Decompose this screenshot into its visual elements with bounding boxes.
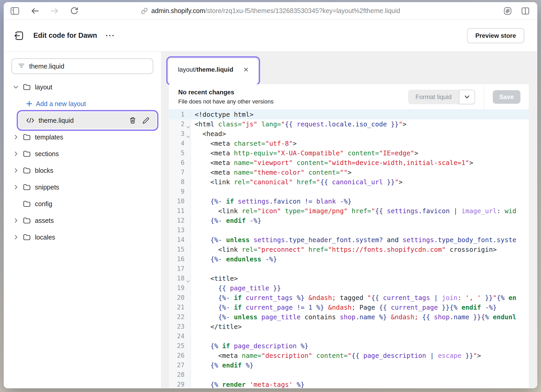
chevron-right-icon[interactable]	[13, 184, 19, 190]
code-line-text: <link rel="preconnect" href="https://fon…	[191, 245, 529, 254]
code-line[interactable]: 21 {%- if current_page != 1 %} &ndash; P…	[169, 303, 529, 312]
file-sidebar: layoutAdd a new layouttheme.liquidtempla…	[4, 52, 161, 388]
code-line[interactable]: 28	[169, 370, 529, 380]
code-line[interactable]: 1<!doctype html>	[169, 110, 529, 119]
code-line[interactable]: 27 {% endif %}	[169, 360, 529, 370]
app-header: Edit code for Dawn Preview store	[4, 20, 537, 52]
folder-icon	[23, 167, 31, 174]
code-line[interactable]: 15 <link rel="preconnect" href="https://…	[169, 245, 529, 254]
code-line[interactable]: 23 </title>	[169, 322, 529, 332]
folder-icon	[23, 84, 31, 90]
sidebar-item-locales[interactable]: locales	[4, 229, 161, 246]
line-number: 15	[169, 245, 191, 254]
sidebar-item-assets[interactable]: assets	[4, 212, 161, 229]
code-line[interactable]: 24	[169, 332, 529, 341]
code-line-text: <link rel="canonical" href="{{ canonical…	[191, 177, 529, 187]
sidebar-item-layout[interactable]: layout	[4, 79, 161, 95]
plus-icon	[26, 101, 32, 107]
preview-store-button[interactable]: Preview store	[467, 28, 524, 43]
folder-label: sections	[35, 150, 59, 158]
line-number: 1	[169, 110, 191, 119]
code-line[interactable]: 29 {% render 'meta-tags' %}	[169, 380, 529, 388]
reload-icon[interactable]	[70, 7, 78, 15]
line-number: 7	[169, 168, 191, 177]
tab-theme-liquid[interactable]: layout/theme.liquid	[169, 59, 258, 84]
code-line[interactable]: 16 {%- endunless -%}	[169, 254, 529, 264]
code-line[interactable]: 20 {%- if current_tags %} &ndash; tagged…	[169, 293, 529, 303]
address-bar[interactable]: admin.shopify.com/store/rzq1xu-f5/themes…	[141, 7, 400, 15]
chevron-right-icon[interactable]	[13, 151, 19, 157]
code-line-text: </title>	[191, 322, 529, 332]
line-number: 11	[169, 206, 191, 216]
code-line[interactable]: 25 {% if page_description %}	[169, 341, 529, 351]
code-line[interactable]: 4 <meta charset="utf-8">	[169, 139, 529, 148]
forward-icon[interactable]	[51, 7, 59, 15]
search-input[interactable]	[29, 63, 153, 70]
folder-label: blocks	[35, 167, 53, 174]
code-line[interactable]: 26 <meta name="description" content="{{ …	[169, 351, 529, 360]
split-view-icon[interactable]	[521, 7, 530, 15]
browser-window: admin.shopify.com/store/rzq1xu-f5/themes…	[4, 2, 537, 388]
delete-file-icon[interactable]	[129, 117, 136, 124]
sidebar-item-templates[interactable]: templates	[4, 129, 161, 145]
save-button[interactable]: Save	[493, 90, 520, 104]
add-new-layout-link[interactable]: Add a new layout	[4, 95, 161, 112]
format-liquid-button[interactable]: Format liquid	[408, 90, 475, 104]
code-line[interactable]: 12 {%- endif -%}	[169, 216, 529, 225]
code-line[interactable]: 11 <link rel="icon" type="image/png" hre…	[169, 206, 529, 216]
chevron-right-icon[interactable]	[13, 134, 19, 140]
back-icon[interactable]	[31, 7, 39, 15]
sidebar-item-blocks[interactable]: blocks	[4, 162, 161, 179]
page-settings-icon[interactable]	[503, 7, 512, 15]
sidebar-item-sections[interactable]: sections	[4, 145, 161, 162]
chevron-right-icon[interactable]	[13, 234, 19, 240]
code-line[interactable]: 14 {%- unless settings.type_header_font.…	[169, 235, 529, 245]
file-item-theme.liquid[interactable]: theme.liquid	[19, 112, 156, 129]
line-number: 27	[169, 360, 191, 370]
code-editor[interactable]: 1<!doctype html>2<html class="js" lang="…	[169, 110, 529, 388]
code-line[interactable]: 7 <meta name="theme-color" content="">	[169, 168, 529, 177]
code-line-text: <!doctype html>	[191, 110, 529, 119]
code-line-text: <meta http-equiv="X-UA-Compatible" conte…	[191, 148, 529, 158]
line-number: 5	[169, 148, 191, 158]
code-line[interactable]: 9	[169, 187, 529, 197]
line-number: 4	[169, 139, 191, 148]
more-actions-icon[interactable]	[106, 35, 114, 36]
line-number: 12	[169, 216, 191, 225]
rename-file-icon[interactable]	[142, 117, 150, 124]
format-options-chevron-icon[interactable]	[459, 90, 475, 104]
code-line[interactable]: 2<html class="js" lang="{{ request.local…	[169, 119, 529, 129]
line-number: 19	[169, 283, 191, 293]
exit-editor-icon[interactable]	[14, 31, 24, 41]
folder-label: layout	[35, 83, 52, 91]
line-number: 29	[169, 380, 191, 388]
line-number: 8	[169, 177, 191, 187]
line-number: 25	[169, 341, 191, 351]
line-number: 21	[169, 303, 191, 312]
code-line[interactable]: 19 {{ page_title }}	[169, 283, 529, 293]
code-line[interactable]: 13	[169, 225, 529, 235]
code-line[interactable]: 3 <head>	[169, 129, 529, 139]
code-line-text: {% render 'meta-tags' %}	[191, 380, 529, 388]
chevron-down-icon[interactable]	[13, 85, 19, 89]
code-line[interactable]: 17	[169, 264, 529, 274]
sidebar-item-snippets[interactable]: snippets	[4, 179, 161, 195]
file-search[interactable]	[11, 58, 153, 74]
code-line-text: {{ page_title }}	[191, 283, 529, 293]
sidebar-file-theme.liquid-selected: theme.liquid	[19, 112, 156, 129]
code-line[interactable]: 5 <meta http-equiv="X-UA-Compatible" con…	[169, 148, 529, 158]
code-line[interactable]: 6 <meta name="viewport" content="width=d…	[169, 158, 529, 168]
close-tab-icon[interactable]	[244, 67, 248, 72]
code-line[interactable]: 22 {%- unless page_title contains shop.n…	[169, 312, 529, 322]
page-title: Edit code for Dawn	[33, 32, 97, 40]
chevron-right-icon[interactable]	[13, 168, 19, 173]
browser-sidebar-toggle-icon[interactable]	[10, 7, 19, 15]
code-line-text	[191, 370, 529, 380]
chevron-right-icon[interactable]	[13, 218, 19, 223]
sidebar-item-config[interactable]: config	[4, 195, 161, 212]
code-line[interactable]: 10 {%- if settings.favicon != blank -%}	[169, 197, 529, 206]
code-line-text: {% if page_description %}	[191, 341, 529, 351]
code-line[interactable]: 18 <title>	[169, 274, 529, 283]
browser-toolbar: admin.shopify.com/store/rzq1xu-f5/themes…	[4, 2, 537, 20]
code-line[interactable]: 8 <link rel="canonical" href="{{ canonic…	[169, 177, 529, 187]
